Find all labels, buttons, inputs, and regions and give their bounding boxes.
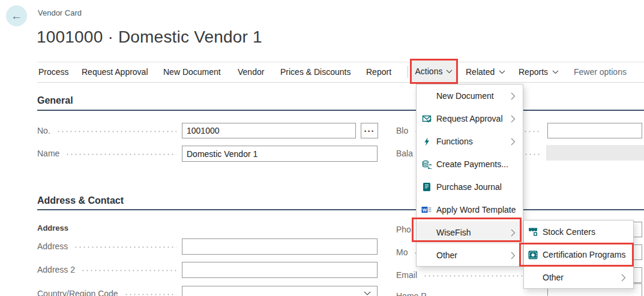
field-row: Address 2	[37, 262, 180, 277]
address-field-label: Address	[37, 241, 68, 251]
dotted-leader	[65, 153, 176, 155]
chevron-down-icon	[552, 70, 559, 74]
submenu-item-stock-centers[interactable]: Stock Centers	[524, 221, 633, 243]
field-row: Address	[37, 238, 180, 254]
svg-text:W: W	[423, 207, 427, 213]
menu-item-label: New Document	[436, 91, 494, 101]
dotted-leader	[124, 294, 176, 295]
no-field-label: No.	[37, 126, 50, 135]
country-region-field-input[interactable]	[182, 286, 378, 296]
menu-vendor[interactable]: Vendor	[238, 62, 264, 82]
back-button[interactable]: ←	[6, 5, 27, 26]
blank-icon	[421, 91, 432, 101]
breadcrumb[interactable]: Vendor Card	[38, 8, 82, 17]
menu-item-wisefish[interactable]: WiseFish	[417, 221, 523, 244]
home-page-field-label: Home P	[396, 291, 427, 296]
menu-item-label: WiseFish	[436, 228, 471, 237]
chevron-right-icon	[621, 274, 626, 282]
dotted-leader	[74, 246, 176, 248]
assist-edit-button[interactable]: ···	[361, 123, 378, 138]
email-field-label: Email	[396, 270, 417, 280]
general-section-title[interactable]: General	[37, 95, 73, 106]
certification-programs-icon	[528, 250, 538, 260]
blocked-field-label: Blo	[396, 126, 408, 135]
field-row: Name	[37, 146, 180, 161]
menu-item-label: Create Payments...	[436, 159, 508, 169]
balance-field-readonly	[546, 145, 644, 161]
blocked-field-input[interactable]	[547, 123, 642, 138]
menu-item-other[interactable]: Other	[417, 244, 523, 267]
related-label: Related	[466, 62, 495, 82]
submenu-item-label: Other	[543, 273, 564, 282]
reports-menu-button[interactable]: Reports	[519, 62, 559, 82]
menu-item-label: Functions	[436, 137, 473, 146]
address-field-input[interactable]	[182, 238, 378, 255]
chevron-right-icon	[511, 252, 516, 259]
submenu-item-label: Stock Centers	[543, 227, 595, 237]
address2-field-label: Address 2	[37, 265, 75, 274]
apply-word-template-icon: W	[421, 205, 432, 215]
menu-item-functions[interactable]: Functions	[417, 130, 523, 153]
menu-request-approval[interactable]: Request Approval	[82, 62, 148, 82]
fewer-options-button[interactable]: Fewer options	[574, 62, 627, 82]
menu-item-request-approval[interactable]: Request Approval	[417, 107, 523, 130]
submenu-item-other[interactable]: Other	[524, 266, 633, 289]
address-contact-section-line	[37, 209, 644, 210]
wisefish-submenu: Stock Centers Certification Programs Oth…	[523, 220, 634, 289]
submenu-item-label: Certification Programs	[543, 250, 626, 259]
field-row: Email	[396, 267, 544, 283]
menu-item-purchase-journal[interactable]: Purchase Journal	[417, 176, 523, 198]
menu-item-new-document[interactable]: New Document	[417, 84, 523, 107]
mobile-field-label: Mo	[396, 247, 408, 257]
blank-icon	[421, 228, 432, 238]
actions-dropdown-menu: New Document Request Approval Functions …	[416, 84, 523, 267]
menu-new-document[interactable]: New Document	[163, 62, 221, 82]
blank-icon	[421, 250, 432, 261]
menu-item-create-payments[interactable]: Create Payments...	[417, 153, 523, 176]
vendor-card-page: ← Vendor Card 1001000 · Domestic Vendor …	[0, 0, 644, 296]
chevron-down-icon	[499, 70, 505, 74]
field-row: Country/Region Code	[37, 286, 180, 296]
country-region-field-label: Country/Region Code	[37, 289, 118, 296]
name-field-input[interactable]	[182, 146, 378, 162]
blank-icon	[528, 273, 538, 283]
dotted-leader	[56, 131, 176, 132]
dotted-leader	[81, 270, 176, 271]
menu-item-apply-word-template[interactable]: W Apply Word Template	[417, 198, 523, 221]
menu-process[interactable]: Process	[38, 62, 69, 82]
chevron-right-icon	[511, 115, 516, 123]
stock-centers-icon	[528, 227, 538, 237]
request-approval-icon	[421, 114, 432, 124]
arrow-left-icon: ←	[11, 10, 22, 23]
menu-prices-discounts[interactable]: Prices & Discounts	[280, 62, 351, 82]
actions-menu-button[interactable]: Actions	[410, 59, 458, 84]
purchase-journal-icon	[421, 182, 432, 192]
menu-report[interactable]: Report	[366, 62, 391, 82]
page-title: 1001000 · Domestic Vendor 1	[37, 28, 262, 47]
functions-icon	[421, 137, 432, 147]
phone-field-label: Pho	[396, 225, 411, 234]
address-group-label: Address	[37, 223, 68, 232]
menu-item-label: Other	[436, 250, 457, 260]
menu-divider	[408, 66, 408, 78]
menu-item-label: Apply Word Template	[436, 205, 516, 215]
chevron-right-icon	[511, 229, 516, 237]
no-field-input[interactable]	[182, 123, 356, 138]
chevron-down-icon	[446, 70, 453, 74]
submenu-item-certification-programs[interactable]: Certification Programs	[524, 243, 633, 266]
action-bar-bottom-divider	[37, 82, 644, 83]
balance-field-label: Bala	[396, 149, 413, 158]
menu-item-label: Purchase Journal	[436, 182, 502, 192]
chevron-right-icon	[511, 138, 516, 146]
general-section-line	[37, 110, 644, 111]
address-contact-section-title[interactable]: Address & Contact	[37, 195, 124, 206]
name-field-label: Name	[37, 149, 59, 158]
actions-label: Actions	[415, 67, 443, 76]
field-row: Home P	[396, 288, 544, 296]
reports-label: Reports	[519, 62, 548, 82]
chevron-right-icon	[511, 92, 516, 100]
related-menu-button[interactable]: Related	[466, 62, 505, 82]
address2-field-input[interactable]	[182, 262, 378, 278]
create-payments-icon	[421, 159, 432, 170]
menu-item-label: Request Approval	[436, 114, 503, 123]
